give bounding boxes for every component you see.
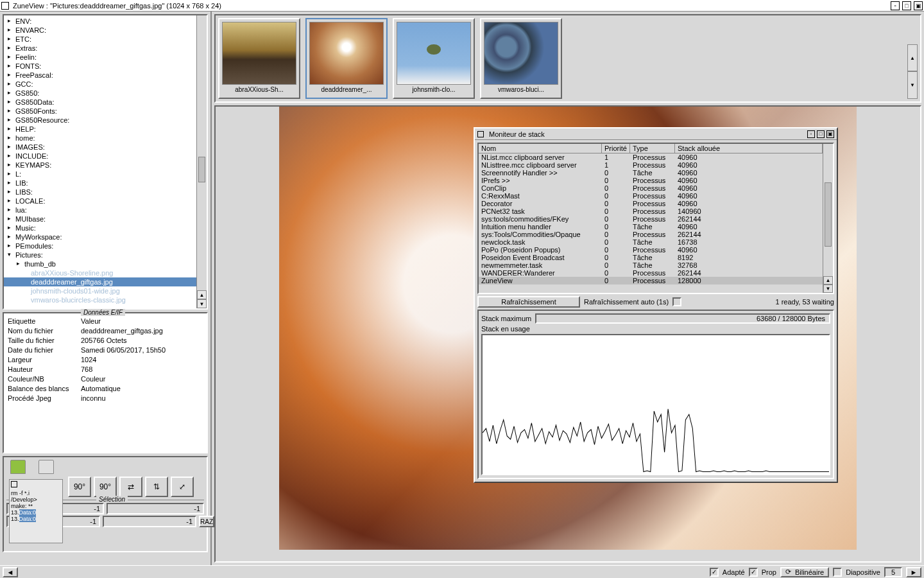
sel-y2[interactable] — [103, 516, 196, 527]
auto-refresh-checkbox[interactable] — [672, 297, 681, 306]
table-row[interactable]: C:RexxMast0Processus40960 — [479, 192, 823, 200]
tool-tab-2[interactable] — [38, 460, 54, 474]
tree-item[interactable]: LOCALE: — [4, 197, 196, 206]
thumbnail[interactable]: vmwaros-bluci... — [480, 18, 562, 99]
zoom-button[interactable]: □ — [902, 1, 911, 10]
tree-item[interactable]: GS850Resource: — [4, 116, 196, 125]
mon-scrollbar[interactable]: ▲ ▼ — [823, 144, 833, 293]
thumbnail[interactable]: deadddreamer_... — [305, 18, 388, 99]
table-row[interactable]: PoPo (Poseidon Popups)0Processus40960 — [479, 246, 823, 254]
table-row[interactable]: WANDERER:Wanderer0Processus262144 — [479, 269, 823, 277]
tree-item[interactable]: FONTS: — [4, 62, 196, 71]
mon-table-header[interactable]: Nom Priorité Type Stack allouée — [479, 144, 823, 153]
table-row[interactable]: Decorator0Processus40960 — [479, 200, 823, 207]
tree-item[interactable]: Feelin: — [4, 53, 196, 62]
tree-item[interactable]: INCLUDE: — [4, 152, 196, 161]
mon-scroll-down-icon[interactable]: ▼ — [823, 285, 833, 293]
tree-item[interactable]: ETC: — [4, 35, 196, 44]
tree-item[interactable]: GCC: — [4, 80, 196, 89]
table-row[interactable]: IPrefs >>0Processus40960 — [479, 177, 823, 184]
flip-h-button[interactable]: ⇄ — [119, 477, 142, 497]
tree-item[interactable]: thumb_db — [4, 259, 196, 268]
table-row[interactable]: sys:Tools/Commodities/Opaque0Processus26… — [479, 231, 823, 238]
table-row[interactable]: newclock.task0Tâche16738 — [479, 238, 823, 246]
tree-item[interactable]: HELP: — [4, 125, 196, 134]
thumbs-scroll-up-icon[interactable]: ▲ — [907, 44, 918, 72]
window-menu-icon[interactable] — [1, 2, 9, 10]
tree-item[interactable]: KEYMAPS: — [4, 161, 196, 170]
diapo-checkbox[interactable] — [833, 568, 842, 577]
iconify-button[interactable]: ▫ — [891, 1, 900, 10]
table-row[interactable]: newmemmeter.task0Tâche32768 — [479, 261, 823, 269]
exif-label: Hauteur — [8, 365, 78, 374]
sel-y1[interactable] — [107, 503, 204, 514]
term-menu-icon[interactable] — [11, 481, 17, 487]
thumbnail[interactable]: abraXXious-Sh... — [218, 18, 300, 99]
tool-tab-1[interactable] — [10, 460, 26, 474]
table-row[interactable]: Poseidon Event Broadcast0Tâche8192 — [479, 254, 823, 261]
tree-item[interactable]: Extras: — [4, 44, 196, 53]
tree-item[interactable]: ENVARC: — [4, 26, 196, 35]
tree-item[interactable]: L: — [4, 170, 196, 179]
prop-checkbox[interactable]: ✓ — [749, 568, 758, 577]
left-panel: ENV:ENVARC:ETC:Extras:Feelin:FONTS:FreeP… — [0, 12, 212, 565]
interp-selector[interactable]: ⟳ Bilinéaire — [780, 567, 829, 577]
thumbs-scroll-down-icon[interactable]: ▼ — [907, 71, 918, 99]
depth-button[interactable]: ▣ — [914, 1, 923, 10]
table-row[interactable]: ConClip0Processus40960 — [479, 184, 823, 192]
table-row[interactable]: Intuition menu handler0Tâche40960 — [479, 223, 823, 231]
exif-panel: Données E/IF EtiquetteNom du fichierTail… — [3, 312, 208, 453]
prev-image-button[interactable]: ◄ — [3, 567, 18, 577]
dir-tree[interactable]: ENV:ENVARC:ETC:Extras:Feelin:FONTS:FreeP… — [3, 14, 208, 310]
bottom-bar: ◄ ✓ Adapté ✓ Prop ⟳ Bilinéaire Diapositi… — [0, 565, 924, 578]
tree-file[interactable]: deadddreamer_giftgas.jpg — [4, 277, 196, 286]
tree-item[interactable]: lua: — [4, 206, 196, 215]
next-image-button[interactable]: ► — [906, 567, 921, 577]
tree-item[interactable]: LIBS: — [4, 188, 196, 197]
flip-v-button[interactable]: ⇅ — [145, 477, 168, 497]
tree-item[interactable]: LIB: — [4, 179, 196, 188]
tree-item[interactable]: MUIbase: — [4, 215, 196, 223]
tree-file[interactable]: vmwaros-blucircles-classic.jpg — [4, 295, 196, 304]
table-row[interactable]: NListtree.mcc clipboard server1Processus… — [479, 161, 823, 169]
mon-zoom-button[interactable]: □ — [817, 130, 825, 138]
tree-scrollbar[interactable]: ▲ ▼ — [196, 15, 207, 308]
exif-title: Données E/IF — [81, 309, 125, 316]
adapte-checkbox[interactable]: ✓ — [710, 568, 719, 577]
table-row[interactable]: Screennotify Handler >>0Tâche40960 — [479, 169, 823, 177]
tree-item[interactable]: MyWorkspace: — [4, 232, 196, 241]
table-row[interactable]: sys:tools/commodities/FKey0Processus2621… — [479, 215, 823, 223]
tree-item[interactable]: GS850Data: — [4, 98, 196, 107]
tree-item[interactable]: Music: — [4, 223, 196, 232]
scroll-down-icon[interactable]: ▼ — [197, 299, 207, 308]
table-row[interactable]: ZuneView0Processus128000 — [479, 277, 823, 285]
tree-item[interactable]: home: — [4, 134, 196, 143]
stack-monitor-window[interactable]: Moniteur de stack ▫ □ ▣ Nom Priorité — [474, 127, 838, 483]
rotate-ccw-button[interactable]: 90° — [68, 477, 91, 497]
table-row[interactable]: PCNet32 task0Processus140960 — [479, 207, 823, 215]
tree-item[interactable]: IMAGES: — [4, 143, 196, 152]
tree-item[interactable]: GS850Fonts: — [4, 107, 196, 116]
diapo-seconds[interactable]: 5 — [884, 567, 902, 577]
mon-menu-icon[interactable] — [477, 131, 484, 137]
tree-item[interactable]: GS850: — [4, 89, 196, 98]
tree-file[interactable]: johnsmith-clouds01-wide.jpg — [4, 286, 196, 295]
tree-item[interactable]: PEmodules: — [4, 241, 196, 250]
mon-scroll-thumb[interactable] — [825, 182, 832, 247]
scroll-thumb[interactable] — [198, 157, 205, 182]
resize-button[interactable]: ⤢ — [171, 477, 194, 497]
image-canvas[interactable]: Moniteur de stack ▫ □ ▣ Nom Priorité — [214, 105, 921, 563]
thumbnail[interactable]: johnsmith-clo... — [393, 18, 475, 99]
scroll-up-icon[interactable]: ▲ — [197, 290, 207, 299]
rotate-cw-button[interactable]: 90° — [94, 477, 117, 497]
mon-depth-button[interactable]: ▣ — [826, 130, 834, 138]
mon-iconify-button[interactable]: ▫ — [807, 130, 815, 138]
mon-scroll-up-icon[interactable]: ▲ — [823, 276, 833, 285]
tree-item[interactable]: FreePascal: — [4, 71, 196, 80]
refresh-button[interactable]: Rafraîchissement — [477, 296, 580, 308]
terminal-overlay[interactable]: rm -f *.i/Develop>make: **13.Data:013.Da… — [9, 479, 63, 543]
tree-item[interactable]: ENV: — [4, 17, 196, 26]
table-row[interactable]: NList.mcc clipboard server1Processus4096… — [479, 153, 823, 161]
tree-item-pictures[interactable]: Pictures: — [4, 250, 196, 259]
tree-file[interactable]: abraXXious-Shoreline.png — [4, 268, 196, 277]
